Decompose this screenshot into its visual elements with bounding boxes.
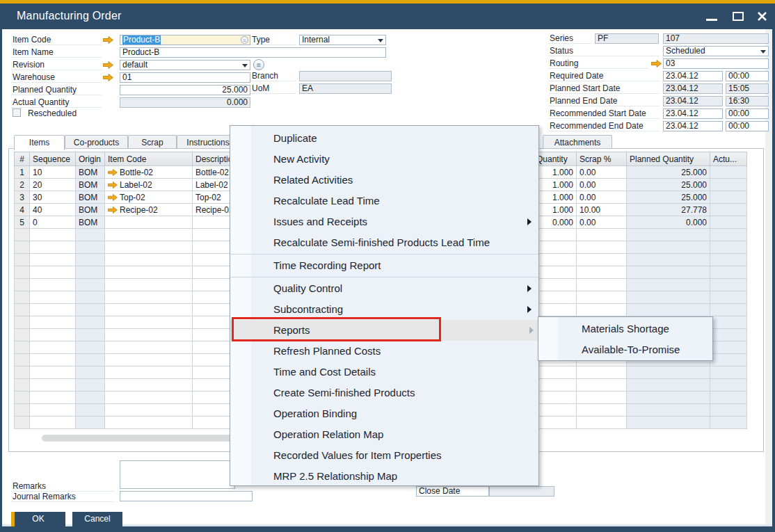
rescheduled-checkbox[interactable] [13, 108, 21, 117]
close-date-label: Close Date [416, 486, 489, 497]
recommended-start-time-input[interactable]: 00:00 [726, 108, 769, 119]
planned-end-date-input: 23.04.12 [663, 96, 723, 106]
column-header-origin[interactable]: Origin [76, 152, 105, 166]
cancel-button[interactable]: Cancel [72, 512, 122, 526]
link-arrow-icon[interactable] [103, 36, 113, 44]
menu-item-recalculate-lead-time[interactable]: Recalculate Lead Time [230, 191, 538, 211]
menu-item-related-activities[interactable]: Related Activities [230, 170, 538, 191]
menu-item-recalculate-semi-finished-products-lead-time[interactable]: Recalculate Semi-finished Products Lead … [230, 232, 538, 253]
menu-item-label: Reports [273, 324, 310, 336]
remarks-label: Remarks [11, 481, 114, 492]
recommended-end-date-input[interactable]: 23.04.12 [663, 121, 723, 131]
required-time-input[interactable]: 00:00 [726, 71, 769, 81]
link-arrow-icon[interactable] [108, 205, 120, 215]
type-value: Internal [302, 35, 330, 45]
planned-start-time-input: 15:05 [726, 83, 769, 94]
recommended-end-date-label: Recommended End Date [548, 121, 660, 131]
warehouse-input[interactable]: 01 [120, 72, 250, 83]
planned-quantity-input[interactable]: 25.000 [120, 85, 250, 95]
item-code-cell: Bottle-02 [105, 166, 193, 179]
revision-select[interactable]: default [120, 60, 250, 70]
menu-item-recorded-values-for-item-properties[interactable]: Recorded Values for Item Properties [230, 445, 538, 466]
link-arrow-icon[interactable] [651, 60, 662, 67]
item-code-cell: Label-02 [105, 179, 193, 191]
link-arrow-icon[interactable] [103, 61, 113, 69]
menu-item-new-activity[interactable]: New Activity [230, 149, 538, 170]
menu-item-create-semi-finished-products[interactable]: Create Semi-finished Products [230, 382, 538, 403]
link-arrow-icon[interactable] [108, 180, 120, 190]
tab-items[interactable]: Items [14, 135, 65, 150]
menu-item-label: Time Recording Report [273, 259, 381, 271]
series-label: Series [548, 33, 591, 44]
status-value: Scheduled [666, 46, 705, 56]
menu-item-mrp-2-5-relationship-map[interactable]: MRP 2.5 Relationship Map [230, 466, 538, 487]
menu-item-subcontracting[interactable]: Subcontracting [230, 299, 538, 320]
close-date-input [489, 486, 554, 497]
cancel-button-label: Cancel [84, 514, 110, 524]
item-code-cell: Recipe-02 [105, 204, 193, 216]
menu-item-issues-and-receipts[interactable]: Issues and Receipts [230, 211, 538, 232]
menu-item-label: Recalculate Lead Time [273, 195, 380, 207]
series-number-input: 107 [663, 33, 769, 44]
submenu-item-available-to-promise[interactable]: Available-To-Promise [538, 339, 712, 360]
menu-item-time-and-cost-details[interactable]: Time and Cost Details [230, 362, 538, 382]
branch-input [299, 71, 392, 81]
menu-separator [230, 254, 538, 255]
required-date-label: Required Date [548, 71, 660, 81]
menu-item-label: Refresh Planned Costs [273, 345, 381, 357]
routing-input[interactable]: 03 [663, 58, 769, 69]
menu-item-label: Recalculate Semi-finished Products Lead … [273, 236, 490, 248]
required-date-input[interactable]: 23.04.12 [663, 71, 723, 81]
uom-input: EA [299, 83, 392, 94]
link-arrow-icon[interactable] [108, 193, 120, 202]
planned-start-date-label: Planned Start Date [548, 83, 660, 94]
column-header-item-code[interactable]: Item Code [105, 152, 193, 166]
menu-item-reports[interactable]: Reports [230, 320, 538, 341]
tab-scrap[interactable]: Scrap [128, 135, 177, 149]
ok-button[interactable]: OK [11, 512, 65, 526]
choose-from-list-icon[interactable]: ≡ [241, 36, 248, 44]
remarks-textarea[interactable] [120, 460, 235, 489]
type-select[interactable]: Internal [299, 35, 386, 45]
title-bar[interactable]: Manufacturing Order [0, 3, 775, 29]
type-label: Type [250, 35, 296, 45]
menu-item-quality-control[interactable]: Quality Control [230, 278, 538, 299]
revision-label: Revision [11, 60, 102, 70]
menu-item-refresh-planned-costs[interactable]: Refresh Planned Costs [230, 341, 538, 362]
submenu-item-materials-shortage[interactable]: Materials Shortage [538, 319, 712, 339]
menu-item-time-recording-report[interactable]: Time Recording Report [230, 255, 538, 276]
close-button[interactable] [751, 3, 772, 29]
column-header-num[interactable]: # [15, 152, 30, 166]
item-code-input[interactable]: Product-B ≡ [120, 35, 250, 45]
item-code-label: Item Code [11, 35, 102, 45]
item-name-input[interactable]: Product-B [120, 47, 386, 58]
column-header-planned-quantity[interactable]: Planned Quantity [627, 152, 710, 166]
tab-attachments[interactable]: Attachments [543, 135, 612, 149]
column-header-actu[interactable]: Actu... [710, 152, 747, 166]
recommended-start-date-input[interactable]: 23.04.12 [663, 108, 723, 119]
minimize-button[interactable] [701, 3, 722, 29]
column-header-scrap[interactable]: Scrap % [577, 152, 627, 166]
expand-edit-icon[interactable]: ≡ [253, 59, 264, 70]
rescheduled-label: Rescheduled [26, 108, 103, 119]
menu-item-operation-relation-map[interactable]: Operation Relation Map [230, 424, 538, 445]
item-name-label: Item Name [11, 47, 102, 58]
menu-item-label: MRP 2.5 Relationship Map [273, 470, 397, 482]
status-select[interactable]: Scheduled [663, 46, 769, 56]
series-prefix-input: PF [595, 33, 659, 44]
context-menu: DuplicateNew ActivityRelated ActivitiesR… [230, 125, 539, 486]
column-header-sequence[interactable]: Sequence [30, 152, 76, 166]
maximize-button[interactable] [728, 3, 749, 29]
branch-label: Branch [250, 71, 296, 81]
window-border-left [0, 29, 2, 527]
journal-remarks-input[interactable] [120, 491, 253, 501]
menu-item-operation-binding[interactable]: Operation Binding [230, 403, 538, 424]
menu-item-label: Issues and Receipts [273, 216, 367, 227]
link-arrow-icon[interactable] [103, 74, 113, 81]
menu-item-duplicate[interactable]: Duplicate [230, 128, 538, 149]
actual-quantity-label: Actual Quantity [11, 97, 102, 108]
link-arrow-icon[interactable] [108, 168, 120, 177]
recommended-end-time-input[interactable]: 00:00 [726, 121, 769, 131]
submenu-item-label: Available-To-Promise [582, 344, 680, 355]
tab-co-products[interactable]: Co-products [65, 135, 128, 149]
